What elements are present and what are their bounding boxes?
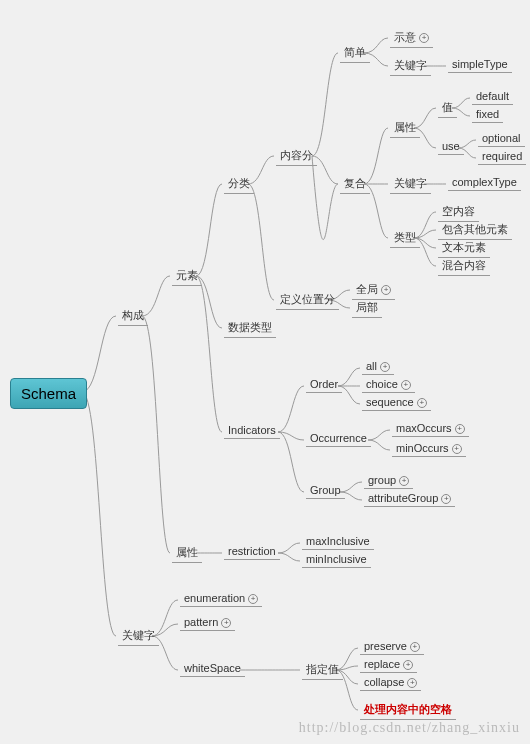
node-maxi[interactable]: maxInclusive xyxy=(302,533,374,550)
node-coll[interactable]: collapse+ xyxy=(360,674,421,691)
node-maxo[interactable]: maxOccurs+ xyxy=(392,420,469,437)
node-pres[interactable]: preserve+ xyxy=(360,638,424,655)
node-fix[interactable]: fixed xyxy=(472,106,503,123)
node-req[interactable]: required xyxy=(478,148,526,165)
node-occ[interactable]: Occurrence xyxy=(306,430,371,447)
node-gjz1[interactable]: 关键字 xyxy=(390,56,431,76)
expand-icon[interactable]: + xyxy=(407,678,417,688)
node-opt[interactable]: optional xyxy=(478,130,525,147)
node-zdz[interactable]: 指定值 xyxy=(302,660,343,680)
node-ys[interactable]: 元素 xyxy=(172,266,202,286)
node-mini[interactable]: minInclusive xyxy=(302,551,371,568)
node-repl[interactable]: replace+ xyxy=(360,656,417,673)
node-hhnr[interactable]: 混合内容 xyxy=(438,256,490,276)
node-wbys[interactable]: 文本元素 xyxy=(438,238,490,258)
node-highlight[interactable]: 处理内容中的空格 xyxy=(360,700,456,720)
expand-icon[interactable]: + xyxy=(401,380,411,390)
node-use[interactable]: use xyxy=(438,138,464,155)
expand-icon[interactable]: + xyxy=(248,594,258,604)
expand-icon[interactable]: + xyxy=(410,642,420,652)
node-mino[interactable]: minOccurs+ xyxy=(392,440,466,457)
node-gc[interactable]: 构成 xyxy=(118,306,148,326)
node-grp1[interactable]: group+ xyxy=(364,472,413,489)
node-all[interactable]: all+ xyxy=(362,358,394,375)
expand-icon[interactable]: + xyxy=(381,285,391,295)
node-def[interactable]: default xyxy=(472,88,513,105)
node-fh[interactable]: 复合 xyxy=(340,174,370,194)
node-bhqt[interactable]: 包含其他元素 xyxy=(438,220,512,240)
node-jb[interactable]: 局部 xyxy=(352,298,382,318)
node-enum[interactable]: enumeration+ xyxy=(180,590,262,607)
root-node[interactable]: Schema xyxy=(10,378,87,409)
node-seq[interactable]: sequence+ xyxy=(362,394,431,411)
expand-icon[interactable]: + xyxy=(452,444,462,454)
node-zhi[interactable]: 值 xyxy=(438,98,457,118)
node-ws[interactable]: whiteSpace xyxy=(180,660,245,677)
node-attrg[interactable]: attributeGroup+ xyxy=(364,490,455,507)
node-lx[interactable]: 类型 xyxy=(390,228,420,248)
node-gjz3[interactable]: 关键字 xyxy=(118,626,159,646)
node-cho[interactable]: choice+ xyxy=(362,376,415,393)
node-pat[interactable]: pattern+ xyxy=(180,614,235,631)
node-st[interactable]: simpleType xyxy=(448,56,512,73)
expand-icon[interactable]: + xyxy=(221,618,231,628)
expand-icon[interactable]: + xyxy=(455,424,465,434)
node-knr[interactable]: 空内容 xyxy=(438,202,479,222)
node-sx1[interactable]: 属性 xyxy=(390,118,420,138)
watermark: http://blog.csdn.net/zhang_xinxiu xyxy=(299,720,520,736)
node-rest[interactable]: restriction xyxy=(224,543,280,560)
expand-icon[interactable]: + xyxy=(419,33,429,43)
node-ord[interactable]: Order xyxy=(306,376,342,393)
node-jd[interactable]: 简单 xyxy=(340,43,370,63)
node-dywzf[interactable]: 定义位置分 xyxy=(276,290,339,310)
node-grp[interactable]: Group xyxy=(306,482,345,499)
expand-icon[interactable]: + xyxy=(380,362,390,372)
node-fl[interactable]: 分类 xyxy=(224,174,254,194)
node-sx2[interactable]: 属性 xyxy=(172,543,202,563)
node-gjz2[interactable]: 关键字 xyxy=(390,174,431,194)
node-ct[interactable]: complexType xyxy=(448,174,521,191)
node-ind[interactable]: Indicators xyxy=(224,422,280,439)
expand-icon[interactable]: + xyxy=(399,476,409,486)
node-nrf[interactable]: 内容分 xyxy=(276,146,317,166)
expand-icon[interactable]: + xyxy=(441,494,451,504)
node-sjlx[interactable]: 数据类型 xyxy=(224,318,276,338)
expand-icon[interactable]: + xyxy=(417,398,427,408)
expand-icon[interactable]: + xyxy=(403,660,413,670)
node-sy[interactable]: 示意+ xyxy=(390,28,433,48)
node-qj[interactable]: 全局+ xyxy=(352,280,395,300)
